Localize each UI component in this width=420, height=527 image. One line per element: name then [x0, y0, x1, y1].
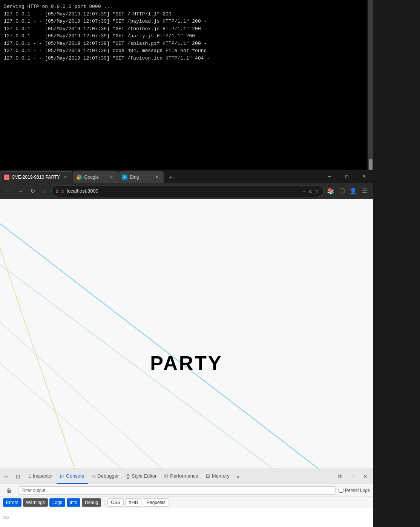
responsive-button[interactable]: ⊡ — [12, 469, 24, 484]
url-text: localhost:8000 — [67, 188, 300, 194]
devtools: ⊹ ⊡ □ Inspector ▷ Console ◁ Debugger {} … — [0, 469, 373, 527]
favicon-party: 🎉 — [4, 175, 9, 180]
filter-btn2-xhr[interactable]: XHR — [125, 498, 141, 507]
devtools-tab-label-inspector: Inspector — [33, 473, 53, 479]
terminal: Serving HTTP on 0.0.0.0 port 8000 ...127… — [0, 0, 368, 170]
persist-logs-label[interactable]: Persist Logs — [339, 488, 370, 493]
picker-button[interactable]: ⊹ — [0, 469, 12, 484]
console-filters: ErrorsWarningsLogsInfoDebug CSSXHRReques… — [0, 497, 373, 508]
info-icon: ℹ — [56, 188, 58, 194]
devtools-tab-label-performance: Performance — [170, 473, 198, 479]
devtools-tab-performance[interactable]: ◎ Performance — [160, 469, 202, 484]
filter-btn-warnings[interactable]: Warnings — [23, 498, 48, 507]
tab-tab-bing[interactable]: b Bing ✕ — [118, 171, 164, 183]
tab-title: Bing — [130, 175, 152, 180]
favicon-google — [77, 175, 82, 180]
devtools-tab-debugger[interactable]: ◁ Debugger — [88, 469, 123, 484]
tab-tab-party[interactable]: 🎉 CVE-2019-9810 PARTY ✕ — [0, 171, 72, 183]
tab-close[interactable]: ✕ — [108, 174, 114, 180]
close-button[interactable]: ✕ — [356, 170, 373, 183]
library-button[interactable]: 📚 — [325, 186, 336, 196]
console-prompt: >> — [3, 515, 9, 521]
menu-button[interactable]: ☰ — [359, 186, 370, 196]
forward-button[interactable]: → — [15, 186, 26, 196]
refresh-button[interactable]: ↻ — [27, 186, 38, 196]
more-icon: ··· — [303, 188, 307, 194]
devtools-close-button[interactable]: ✕ — [359, 469, 371, 484]
devtools-tab-icon-debugger: ◁ — [92, 473, 95, 479]
filter-btn2-css[interactable]: CSS — [107, 498, 124, 507]
console-filter-input[interactable] — [18, 486, 336, 495]
tab-close[interactable]: ✕ — [62, 174, 68, 180]
favicon-bing: b — [122, 175, 127, 180]
devtools-tab-inspector[interactable]: □ Inspector — [24, 469, 57, 484]
address-bar[interactable]: ℹ ⚠ localhost:8000 ··· ⊙ ☆ — [51, 185, 324, 197]
devtools-tab-icon-console: ▷ — [60, 473, 64, 479]
account-button[interactable]: 👤 — [348, 186, 359, 196]
persist-logs-checkbox[interactable] — [339, 488, 343, 493]
devtools-more-button[interactable]: » — [233, 469, 242, 484]
bookmark-icon: ☆ — [315, 188, 319, 194]
filter-btn-debug[interactable]: Debug — [82, 498, 101, 507]
devtools-tab-icon-inspector: □ — [28, 473, 31, 479]
devtools-tab-label-memory: Memory — [212, 473, 230, 479]
window-controls: ─ □ ✕ — [321, 170, 373, 183]
maximize-button[interactable]: □ — [338, 170, 356, 183]
devtools-tab-label-style-editor: Style Editor — [132, 473, 156, 479]
devtools-toolbar: ⊹ ⊡ □ Inspector ▷ Console ◁ Debugger {} … — [0, 469, 373, 484]
filter-btn2-requests[interactable]: Requests — [143, 498, 169, 507]
back-button[interactable]: ← — [3, 186, 14, 196]
tab-close[interactable]: ✕ — [154, 174, 160, 180]
devtools-tab-console[interactable]: ▷ Console — [57, 469, 88, 484]
devtools-tab-memory[interactable]: ⊟ Memory — [202, 469, 233, 484]
home-button[interactable]: ⌂ — [39, 186, 50, 196]
browser-window: 🎉 CVE-2019-9810 PARTY ✕ Google ✕ b Bing … — [0, 170, 373, 527]
nav-bar: ← → ↻ ⌂ ℹ ⚠ localhost:8000 ··· ⊙ ☆ 📚 ❏ 👤… — [0, 183, 373, 199]
devtools-tab-label-debugger: Debugger — [97, 473, 119, 479]
security-icon: ⚠ — [60, 188, 64, 194]
terminal-scrollbar[interactable] — [368, 0, 373, 170]
devtools-tab-label-console: Console — [66, 473, 84, 479]
devtools-options-button[interactable]: ··· — [346, 469, 359, 484]
tab-title: Google — [84, 175, 106, 180]
devtools-tab-icon-performance: ◎ — [164, 473, 168, 479]
filter-separator — [104, 499, 104, 506]
devtools-actions: ⧉ ··· ✕ — [334, 469, 373, 484]
devtools-copy-button[interactable]: ⧉ — [334, 469, 346, 484]
tab-tab-google[interactable]: Google ✕ — [73, 171, 118, 183]
nav-right: 📚 ❏ 👤 ☰ — [325, 186, 370, 196]
party-title: PARTY — [150, 352, 222, 374]
devtools-tab-style-editor[interactable]: {} Style Editor — [123, 469, 160, 484]
pocket-icon: ⊙ — [309, 188, 313, 194]
console-clear-button[interactable]: 🗑 — [3, 483, 15, 498]
console-toolbar: 🗑 Persist Logs — [0, 484, 373, 497]
tab-bar: 🎉 CVE-2019-9810 PARTY ✕ Google ✕ b Bing … — [0, 170, 373, 183]
filter-btn-errors[interactable]: Errors — [3, 498, 21, 507]
minimize-button[interactable]: ─ — [321, 170, 338, 183]
devtools-tab-icon-style-editor: {} — [126, 473, 130, 479]
console-content[interactable]: >> — [0, 508, 373, 527]
devtools-tab-icon-memory: ⊟ — [206, 473, 210, 479]
tab-title: CVE-2019-9810 PARTY — [12, 175, 60, 180]
filter-btn-logs[interactable]: Logs — [49, 498, 65, 507]
filter-btn-info[interactable]: Info — [67, 498, 80, 507]
new-tab-button[interactable]: + — [166, 173, 176, 183]
sidebar-button[interactable]: ❏ — [337, 186, 347, 196]
